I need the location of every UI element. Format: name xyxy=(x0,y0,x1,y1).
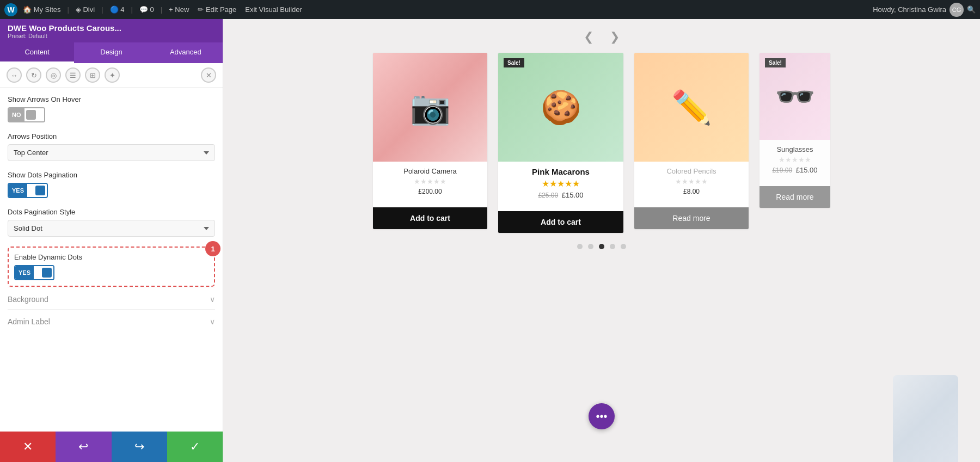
setting-arrows-position: Arrows Position Top Center Bottom Center… xyxy=(8,132,215,161)
arrows-position-select[interactable]: Top Center Bottom Center Middle Sides xyxy=(8,144,215,161)
tab-content[interactable]: Content xyxy=(0,42,74,63)
search-icon[interactable]: 🔍 xyxy=(967,5,976,14)
add-to-cart-camera[interactable]: Add to cart xyxy=(373,207,487,229)
show-arrows-label: Show Arrows On Hover xyxy=(8,95,215,103)
product-info-camera: Polaroid Camera ★★★★★ £200.00 xyxy=(373,162,487,207)
panel-content: Show Arrows On Hover NO Arrows Position … xyxy=(0,88,223,432)
show-arrows-toggle[interactable]: NO xyxy=(8,107,45,122)
product-name-camera: Polaroid Camera xyxy=(378,167,482,175)
sale-badge-macarons: Sale! xyxy=(504,58,524,67)
exit-builder-link[interactable]: Exit Visual Builder xyxy=(242,5,305,14)
wordpress-icon[interactable]: W xyxy=(4,3,17,16)
old-price-macarons: £25.00 xyxy=(538,192,558,199)
redo-button[interactable]: ↪ xyxy=(112,432,167,462)
product-stars-pencils: ★★★★★ xyxy=(640,177,743,186)
dynamic-dots-toggle[interactable]: YES xyxy=(14,265,54,280)
edit-page-link[interactable]: ✏ Edit Page xyxy=(194,5,240,14)
product-price-macarons: £25.00 £15.00 xyxy=(504,191,618,199)
prev-arrow[interactable]: ❮ xyxy=(584,30,593,44)
undo-button[interactable]: ↩ xyxy=(56,432,111,462)
product-card-pencils: ✏️ Quickview Colored Pencils ★★★★★ £8.00… xyxy=(634,53,749,229)
admin-label-chevron: ∨ xyxy=(210,317,215,326)
sale-badge-sunglasses: Sale! xyxy=(765,58,786,67)
panel-icons-row: ↔ ↻ ◎ ☰ ⊞ ✦ ✕ xyxy=(0,63,223,88)
icon-btn-6[interactable]: ✦ xyxy=(105,67,120,83)
user-info: Howdy, Christina Gwira CG 🔍 xyxy=(873,3,976,17)
dot-2[interactable] xyxy=(588,244,593,249)
icon-btn-1[interactable]: ↔ xyxy=(7,67,22,83)
save-button[interactable]: ✓ xyxy=(167,432,223,462)
show-dots-toggle-label: YES xyxy=(9,184,27,197)
page-preview: ❮ ❯ 📷 Quickview Polaroid Camera ★★★★★ £2… xyxy=(223,19,980,462)
show-dots-toggle[interactable]: YES xyxy=(8,183,48,198)
product-stars-camera: ★★★★★ xyxy=(378,177,482,186)
product-price-sunglasses: £19.00 £15.00 xyxy=(765,166,825,174)
dot-1[interactable] xyxy=(577,244,583,249)
product-card-sunglasses: 🕶️ Sale! Quickview Sunglasses ★★★★★ £19.… xyxy=(759,53,830,208)
icon-btn-4[interactable]: ☰ xyxy=(65,67,81,83)
products-row: 📷 Quickview Polaroid Camera ★★★★★ £200.0… xyxy=(240,53,964,233)
setting-dynamic-dots: 1 Enable Dynamic Dots YES xyxy=(8,247,215,287)
dynamic-dots-label: Enable Dynamic Dots xyxy=(14,253,209,261)
new-link[interactable]: + New xyxy=(166,5,192,14)
comments-link[interactable]: 🔵 4 xyxy=(107,5,128,14)
icon-btn-2[interactable]: ↻ xyxy=(26,67,41,83)
read-more-sunglasses[interactable]: Read more xyxy=(759,186,830,208)
floating-action-button[interactable]: ••• xyxy=(589,403,615,429)
old-price-sunglasses: £19.00 xyxy=(772,167,792,174)
my-sites-link[interactable]: 🏠 My Sites xyxy=(20,5,64,14)
setting-show-arrows: Show Arrows On Hover NO xyxy=(8,95,215,122)
product-name-pencils: Colored Pencils xyxy=(640,167,743,175)
carousel-dots xyxy=(240,244,964,249)
icon-btn-close[interactable]: ✕ xyxy=(201,67,216,83)
panel-preset: Preset: Default xyxy=(8,33,215,39)
product-info-macarons: Pink Macarons ★★★★★ £25.00 £15.00 xyxy=(498,162,623,211)
product-stars-macarons: ★★★★★ xyxy=(504,178,618,189)
product-image-camera: 📷 Quickview xyxy=(373,53,487,162)
dots-style-select[interactable]: Solid Dot Outline Dot Square Dot xyxy=(8,220,215,237)
background-label: Background xyxy=(8,295,48,304)
next-arrow[interactable]: ❯ xyxy=(610,30,620,44)
product-card-polaroid: 📷 Quickview Polaroid Camera ★★★★★ £200.0… xyxy=(373,53,487,229)
product-card-macarons: 🍪 Sale! Quickview Pink Macarons ★★★★★ £2… xyxy=(498,53,623,233)
section-admin-label[interactable]: Admin Label ∨ xyxy=(8,309,215,331)
decorative-crystal xyxy=(893,375,958,462)
cancel-button[interactable]: ✕ xyxy=(0,432,56,462)
arrows-position-label: Arrows Position xyxy=(8,132,215,140)
product-image-pencils: ✏️ Quickview xyxy=(634,53,749,162)
product-info-pencils: Colored Pencils ★★★★★ £8.00 xyxy=(634,162,749,207)
product-image-macarons: 🍪 Sale! Quickview xyxy=(498,53,623,162)
product-stars-sunglasses: ★★★★★ xyxy=(765,156,825,164)
product-info-sunglasses: Sunglasses ★★★★★ £19.00 £15.00 xyxy=(759,140,830,186)
divi-link[interactable]: ◈ Divi xyxy=(72,5,98,14)
product-name-macarons: Pink Macarons xyxy=(504,167,618,176)
read-more-pencils[interactable]: Read more xyxy=(634,207,749,229)
panel-bottom-bar: ✕ ↩ ↪ ✓ xyxy=(0,432,223,462)
new-price-sunglasses: £15.00 xyxy=(796,166,818,174)
panel-tabs: Content Design Advanced xyxy=(0,42,223,63)
setting-show-dots: Show Dots Pagination YES xyxy=(8,171,215,198)
product-name-sunglasses: Sunglasses xyxy=(765,145,825,153)
show-dots-label: Show Dots Pagination xyxy=(8,171,215,179)
tab-advanced[interactable]: Advanced xyxy=(149,42,223,63)
add-to-cart-macarons[interactable]: Add to cart xyxy=(498,211,623,233)
product-price-camera: £200.00 xyxy=(378,188,482,195)
new-price-macarons: £15.00 xyxy=(562,191,584,199)
dynamic-dots-toggle-label: YES xyxy=(15,266,34,279)
dot-3[interactable] xyxy=(599,244,604,249)
icon-btn-5[interactable]: ⊞ xyxy=(85,67,100,83)
section-background[interactable]: Background ∨ xyxy=(8,287,215,309)
product-price-pencils: £8.00 xyxy=(640,188,743,195)
dot-5[interactable] xyxy=(621,244,626,249)
show-arrows-toggle-label: NO xyxy=(9,108,24,121)
tab-design[interactable]: Design xyxy=(74,42,148,63)
comment-zero-link[interactable]: 💬 0 xyxy=(136,5,157,14)
icon-btn-3[interactable]: ◎ xyxy=(46,67,61,83)
dots-style-label: Dots Pagination Style xyxy=(8,208,215,216)
dynamic-dots-badge: 1 xyxy=(205,241,220,256)
dot-4[interactable] xyxy=(610,244,615,249)
product-carousel: ❮ ❯ 📷 Quickview Polaroid Camera ★★★★★ £2… xyxy=(223,19,980,462)
setting-dots-style: Dots Pagination Style Solid Dot Outline … xyxy=(8,208,215,237)
wp-top-bar: W 🏠 My Sites | ◈ Divi | 🔵 4 | 💬 0 | + Ne… xyxy=(0,0,980,19)
product-image-sunglasses: 🕶️ Sale! Quickview xyxy=(759,53,830,140)
